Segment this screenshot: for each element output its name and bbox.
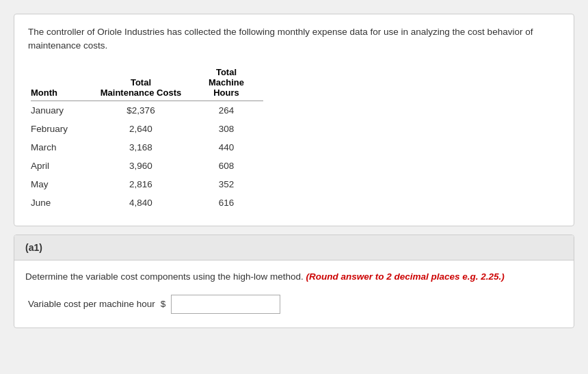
cell-hours: 264 xyxy=(195,101,263,120)
table-row: January $2,376 264 xyxy=(31,101,263,120)
section-a1-header: (a1) xyxy=(14,235,574,261)
cell-cost: 2,640 xyxy=(92,120,195,138)
cell-hours: 608 xyxy=(195,157,263,175)
description-text: The controller of Oriole Industries has … xyxy=(28,25,560,53)
bottom-card: (a1) Determine the variable cost compone… xyxy=(14,235,574,328)
variable-cost-input[interactable] xyxy=(171,295,280,314)
col-header-hours-label: Machine Hours xyxy=(209,77,244,98)
cell-month: June xyxy=(31,193,92,212)
variable-cost-row: Variable cost per machine hour $ xyxy=(28,295,563,314)
data-table: Month Total Maintenance Costs Total Mach… xyxy=(31,64,263,212)
cell-cost: $2,376 xyxy=(92,101,195,120)
cell-cost: 3,960 xyxy=(92,157,195,175)
table-row: February 2,640 308 xyxy=(31,120,263,138)
cell-month: January xyxy=(31,101,92,120)
cell-month: April xyxy=(31,157,92,175)
cell-cost: 2,816 xyxy=(92,175,195,193)
table-row: April 3,960 608 xyxy=(31,157,263,175)
cell-hours: 308 xyxy=(195,120,263,138)
question-highlight: (Round answer to 2 decimal places e.g. 2… xyxy=(306,271,505,282)
cell-hours: 440 xyxy=(195,138,263,157)
cell-month: May xyxy=(31,175,92,193)
cell-cost: 3,168 xyxy=(92,138,195,157)
cell-hours: 616 xyxy=(195,193,263,212)
cell-month: March xyxy=(31,138,92,157)
question-prefix: Determine the variable cost components u… xyxy=(25,271,304,282)
table-row: March 3,168 440 xyxy=(31,138,263,157)
table-row: June 4,840 616 xyxy=(31,193,263,212)
col-header-maintenance-label: Maintenance Costs xyxy=(101,88,181,98)
section-a1-body: Determine the variable cost components u… xyxy=(14,261,574,328)
dollar-sign: $ xyxy=(161,299,166,309)
section-a1-label: (a1) xyxy=(25,242,42,253)
top-card: The controller of Oriole Industries has … xyxy=(14,14,574,226)
cell-cost: 4,840 xyxy=(92,193,195,212)
variable-cost-label: Variable cost per machine hour xyxy=(28,299,155,309)
col-header-total-label-1: Total xyxy=(131,77,151,88)
col-header-month: Month xyxy=(31,64,92,101)
col-header-total-label-2: Total xyxy=(216,67,237,77)
question-text: Determine the variable cost components u… xyxy=(25,270,563,284)
cell-hours: 352 xyxy=(195,175,263,193)
cell-month: February xyxy=(31,120,92,138)
col-header-machine-hours: Total Machine Hours xyxy=(195,64,263,101)
col-header-maintenance-costs: Total Maintenance Costs xyxy=(92,64,195,101)
table-row: May 2,816 352 xyxy=(31,175,263,193)
